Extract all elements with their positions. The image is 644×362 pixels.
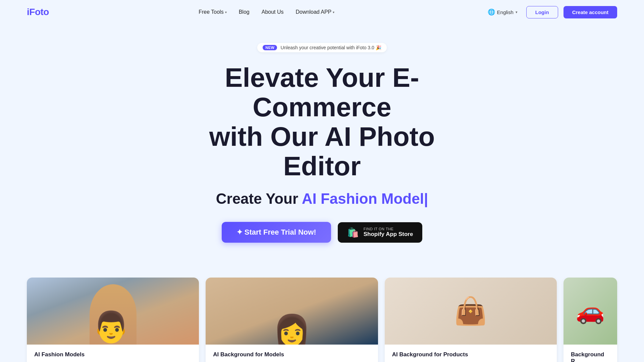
card-bg-products[interactable]: 👜 AI Background for Products Elevate e-c…	[385, 278, 557, 362]
card-image-bg-model	[206, 278, 378, 345]
start-trial-button[interactable]: ✦ Start Free Trial Now!	[222, 222, 331, 243]
shopify-icon: 🛍️	[347, 227, 359, 238]
card-title: AI Fashion Models	[34, 351, 192, 358]
card-bg-car[interactable]: 🚗 Background R... Transparent or a... ba…	[564, 278, 617, 362]
hero-badge: NEW Unleash your creative potential with…	[257, 43, 386, 52]
globe-icon: 🌐	[488, 8, 495, 16]
badge-new-label: NEW	[263, 45, 277, 50]
card-title: AI Background for Models	[213, 351, 370, 358]
card-desc: Elevate e-commerce with AI-generated stu…	[392, 361, 549, 362]
shopify-bottom-label: Shopify App Store	[364, 231, 413, 238]
card-image-bg-product: 👜	[385, 278, 557, 345]
shopify-button[interactable]: 🛍️ FIND IT ON THE Shopify App Store	[338, 222, 423, 243]
card-title: AI Background for Products	[392, 351, 549, 358]
cursor: |	[424, 190, 428, 207]
hero-cta: ✦ Start Free Trial Now! 🛍️ FIND IT ON TH…	[222, 222, 423, 243]
badge-text: Unleash your creative potential with iFo…	[280, 45, 381, 50]
shopify-top-label: FIND IT ON THE	[364, 227, 394, 231]
hero-section: NEW Unleash your creative potential with…	[0, 24, 644, 278]
card-desc: AI transforms fashion mannequins to life…	[34, 361, 192, 362]
nav-item-about[interactable]: About Us	[262, 9, 284, 15]
hero-title: Elevate Your E-Commerce with Our AI Phot…	[171, 63, 473, 181]
hero-subtitle: Create Your AI Fashion Model|	[216, 190, 428, 207]
login-button[interactable]: Login	[526, 6, 558, 18]
hero-subtitle-dynamic: AI Fashion Model	[302, 190, 424, 207]
cards-row: AI Fashion Models AI transforms fashion …	[27, 278, 617, 362]
nav-item-blog[interactable]: Blog	[239, 9, 250, 15]
chevron-down-icon: ▾	[225, 10, 227, 14]
card-image-bg-car: 🚗	[564, 278, 617, 345]
nav-links: Free Tools ▾ Blog About Us Download APP …	[199, 9, 334, 15]
card-title: Background R...	[571, 351, 610, 362]
create-account-button[interactable]: Create account	[564, 6, 617, 18]
card-fashion-models[interactable]: AI Fashion Models AI transforms fashion …	[27, 278, 199, 362]
language-selector[interactable]: 🌐 English ▾	[484, 6, 521, 18]
chevron-down-icon: ▾	[516, 10, 518, 14]
cards-section: AI Fashion Models AI transforms fashion …	[0, 278, 644, 362]
navbar: iFoto Free Tools ▾ Blog About Us Downloa…	[0, 0, 644, 24]
nav-item-download[interactable]: Download APP ▾	[296, 9, 335, 15]
nav-right: 🌐 English ▾ Login Create account	[484, 6, 617, 18]
chevron-down-icon: ▾	[333, 10, 334, 14]
card-image-fashion	[27, 278, 199, 345]
logo[interactable]: iFoto	[27, 7, 49, 17]
nav-item-free-tools[interactable]: Free Tools ▾	[199, 9, 226, 15]
card-desc: AI showcases your clothing in diverse sc…	[213, 361, 370, 362]
card-bg-models[interactable]: AI Background for Models AI showcases yo…	[206, 278, 378, 362]
